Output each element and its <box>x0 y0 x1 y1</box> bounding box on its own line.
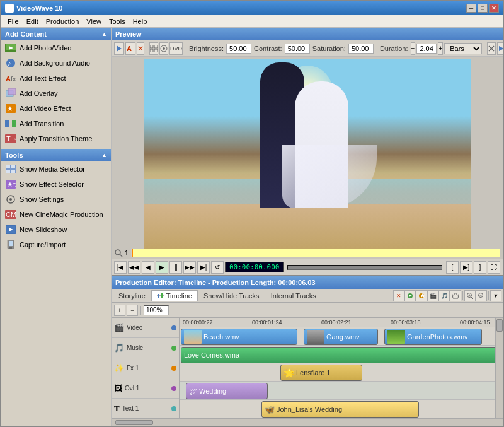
app-window: VideoWave 10 ─ □ ✕ File Edit Production … <box>0 0 504 427</box>
capture-import-item[interactable]: Capture/Import <box>1 237 111 252</box>
tl-btn-3[interactable]: 🎬 <box>427 290 438 301</box>
add-photo-video-item[interactable]: Add Photo/Video <box>1 40 111 56</box>
transport-play-selection[interactable]: ▶] <box>460 261 472 274</box>
remove-track-btn[interactable]: − <box>127 305 138 316</box>
preview-header: Preview <box>112 28 503 40</box>
lensflare-clip[interactable]: 🌟 Lensflare 1 <box>280 365 362 381</box>
transport-fullscreen[interactable]: ⛶ <box>488 261 500 274</box>
menu-tools[interactable]: Tools <box>105 16 129 26</box>
transport-next-frame[interactable]: ▶▶ <box>183 261 196 274</box>
transport-mark-out[interactable]: ] <box>474 261 486 274</box>
transport-prev-frame[interactable]: ◀◀ <box>128 261 140 274</box>
tl-btn-1[interactable] <box>404 290 416 301</box>
menu-help[interactable]: Help <box>129 16 151 26</box>
slideshow-icon <box>5 224 16 235</box>
timeline-tabs: Storyline Timeline Show/Hide Tracks Inte… <box>112 289 503 303</box>
contrast-input[interactable] <box>285 44 310 54</box>
menu-file[interactable]: File <box>4 16 23 26</box>
tl-btn-4[interactable]: 🎵 <box>438 290 450 301</box>
menu-edit[interactable]: Edit <box>23 16 42 26</box>
tl-more-btn[interactable]: ▼ <box>490 290 501 301</box>
transport-loop[interactable]: ↺ <box>211 261 224 274</box>
capture-import-label: Capture/Import <box>20 241 66 249</box>
add-transition-item[interactable]: → Add Transition <box>1 116 111 131</box>
preview-btn-delete[interactable]: ✕ <box>137 42 144 55</box>
svg-text:fx: fx <box>11 75 16 83</box>
preview-btn-extra2[interactable] <box>497 42 503 55</box>
horizontal-scrollbar[interactable] <box>112 418 503 426</box>
zoom-value[interactable]: 100% <box>144 305 169 315</box>
maximize-button[interactable]: □ <box>478 4 488 13</box>
svg-point-24 <box>9 198 12 201</box>
add-track-btn[interactable]: + <box>114 305 125 316</box>
svg-rect-11 <box>5 120 9 127</box>
gang-clip-label: Gang.wmv <box>326 333 360 341</box>
tl-zoom-out[interactable] <box>476 290 487 301</box>
gang-clip[interactable]: Gang.wmv <box>304 329 378 345</box>
preview-btn-1[interactable] <box>114 42 124 55</box>
minimize-button[interactable]: ─ <box>466 4 476 13</box>
saturation-input[interactable] <box>348 44 374 54</box>
wedding-overlay-clip[interactable]: 🕊 Wedding <box>186 383 268 399</box>
tab-internal-tracks[interactable]: Internal Tracks <box>265 290 322 301</box>
ovl-track-row: 🕊 Wedding <box>180 382 495 400</box>
music-indicator <box>171 346 176 351</box>
garden-clip[interactable]: GardenPhotos.wmv <box>384 329 482 345</box>
new-cinemagic-item[interactable]: CM New CineMagic Production <box>1 207 111 222</box>
menu-view[interactable]: View <box>83 16 105 26</box>
tl-btn-5[interactable] <box>450 290 461 301</box>
transport-play[interactable]: ▶ <box>156 261 168 274</box>
music-clip[interactable]: Love Comes.wma <box>181 347 495 363</box>
add-overlay-item[interactable]: Add Overlay <box>1 86 111 101</box>
duration-minus-btn[interactable]: − <box>411 42 416 55</box>
scrollbar-thumb[interactable] <box>496 319 503 332</box>
wedding-icon: 🕊 <box>189 387 197 396</box>
john-lisa-clip[interactable]: 🦋 John_Lisa's Wedding <box>261 401 419 418</box>
tab-timeline[interactable]: Timeline <box>151 290 198 301</box>
transition-type-dropdown[interactable]: Bars Fade Wipe <box>444 43 482 54</box>
svg-rect-37 <box>150 49 153 52</box>
svg-rect-36 <box>154 45 158 48</box>
add-background-audio-item[interactable]: ♪ Add Background Audio <box>1 56 111 71</box>
transport-play-back[interactable]: ◀ <box>142 261 154 274</box>
text-track-row: 🦋 John_Lisa's Wedding <box>180 400 495 418</box>
preview-btn-dvd[interactable]: DVD <box>169 42 183 55</box>
preview-btn-grid[interactable] <box>149 42 158 55</box>
transport-to-end[interactable]: ▶| <box>197 261 210 274</box>
transport-mark-in[interactable]: [ <box>446 261 459 274</box>
transport-to-start[interactable]: |◀ <box>114 261 127 274</box>
beach-clip[interactable]: Beach.wmv <box>181 329 297 345</box>
close-button[interactable]: ✕ <box>489 4 499 13</box>
show-settings-item[interactable]: Show Settings <box>1 192 111 207</box>
add-text-effect-item[interactable]: Afx Add Text Effect <box>1 71 111 86</box>
brightness-input[interactable] <box>226 44 251 54</box>
tl-delete-btn[interactable]: ✕ <box>393 290 404 301</box>
svg-rect-8 <box>8 88 16 95</box>
show-effect-selector-item[interactable]: ★fx Show Effect Selector <box>1 177 111 192</box>
h-scrollbar-thumb[interactable] <box>115 420 153 425</box>
menu-production[interactable]: Production <box>42 16 83 26</box>
ovl-indicator <box>171 386 176 391</box>
tl-zoom-in[interactable] <box>464 290 476 301</box>
ruler-mark-3: 00:00:03:18 <box>391 319 421 325</box>
duration-input[interactable] <box>416 44 437 54</box>
preview-btn-2[interactable]: A <box>125 42 135 55</box>
tl-btn-2[interactable]: ★ <box>416 290 427 301</box>
show-media-selector-item[interactable]: Show Media Selector <box>1 161 111 177</box>
timeline-section: Production Editor: Timeline - Production… <box>112 276 503 426</box>
music-clip-label: Love Comes.wma <box>184 351 239 359</box>
app-title: VideoWave 10 <box>16 4 466 12</box>
transport-pause[interactable]: ‖ <box>169 261 182 274</box>
effect-selector-icon: ★fx <box>5 178 16 190</box>
progress-track[interactable] <box>287 265 442 270</box>
preview-seekbar[interactable] <box>131 249 500 257</box>
tab-show-hide-tracks[interactable]: Show/Hide Tracks <box>198 290 265 301</box>
preview-btn-extra1[interactable] <box>487 42 496 55</box>
vertical-scrollbar[interactable] <box>495 318 503 418</box>
preview-btn-settings[interactable] <box>159 42 168 55</box>
new-slideshow-item[interactable]: New Slideshow <box>1 222 111 237</box>
add-video-effect-item[interactable]: ★ Add Video Effect <box>1 101 111 116</box>
tab-storyline[interactable]: Storyline <box>113 290 151 301</box>
apply-transition-theme-item[interactable]: T→ Apply Transition Theme <box>1 131 111 146</box>
duration-plus-btn[interactable]: + <box>438 42 443 55</box>
